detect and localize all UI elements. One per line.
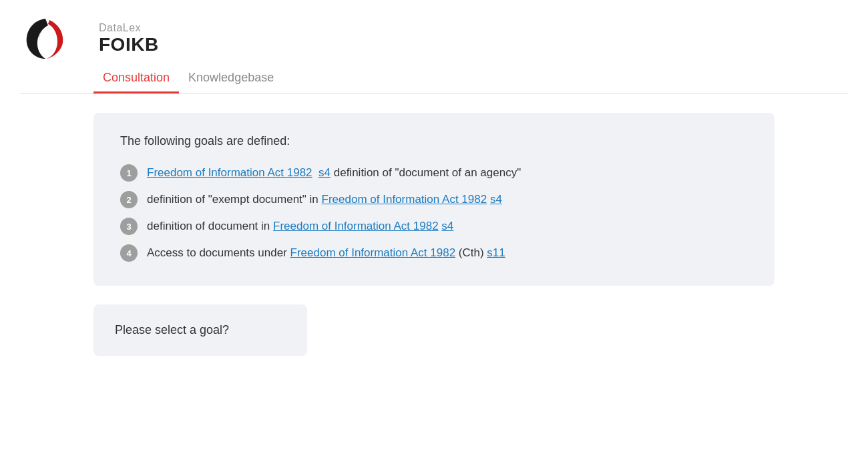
goal-item-4: 4 Access to documents under Freedom of I… bbox=[120, 244, 748, 262]
goal-1-link-act[interactable]: Freedom of Information Act 1982 bbox=[147, 166, 312, 179]
goal-3-link-act[interactable]: Freedom of Information Act 1982 bbox=[273, 220, 439, 232]
goal-text-4: Access to documents under Freedom of Inf… bbox=[147, 244, 505, 262]
goal-2-link-section[interactable]: s4 bbox=[490, 193, 502, 206]
goal-3-link-section[interactable]: s4 bbox=[441, 220, 453, 232]
goal-item-1: 1 Freedom of Information Act 1982 s4 def… bbox=[120, 164, 748, 182]
goal-number-2: 2 bbox=[120, 191, 138, 208]
goals-list: 1 Freedom of Information Act 1982 s4 def… bbox=[120, 164, 748, 262]
main-content: The following goals are defined: 1 Freed… bbox=[0, 94, 868, 375]
goal-item-3: 3 definition of document in Freedom of I… bbox=[120, 218, 748, 235]
nav-knowledgebase[interactable]: Knowledgebase bbox=[179, 65, 283, 93]
goal-4-prefix: Access to documents under bbox=[147, 246, 290, 259]
goal-number-3: 3 bbox=[120, 218, 138, 235]
goal-4-middle: (Cth) bbox=[455, 246, 487, 259]
goal-text-3: definition of document in Freedom of Inf… bbox=[147, 218, 453, 235]
goal-4-link-section[interactable]: s11 bbox=[487, 246, 505, 259]
goals-intro: The following goals are defined: bbox=[120, 134, 748, 148]
goal-1-suffix: definition of "document of an agency" bbox=[331, 166, 521, 179]
goal-4-link-act[interactable]: Freedom of Information Act 1982 bbox=[290, 246, 456, 259]
goal-2-link-act[interactable]: Freedom of Information Act 1982 bbox=[322, 193, 487, 206]
brand-text: DataLex FOIKB bbox=[99, 22, 159, 55]
header: DataLex FOIKB bbox=[0, 0, 868, 65]
goals-box: The following goals are defined: 1 Freed… bbox=[93, 113, 775, 286]
goal-number-4: 4 bbox=[120, 244, 138, 262]
select-goal-text: Please select a goal? bbox=[115, 323, 229, 336]
goal-item-2: 2 definition of "exempt document" in Fre… bbox=[120, 191, 748, 208]
austlii-logo bbox=[20, 12, 73, 65]
nav-consultation[interactable]: Consultation bbox=[93, 65, 179, 93]
main-nav: Consultation Knowledgebase bbox=[0, 65, 868, 94]
goal-1-link-section[interactable]: s4 bbox=[318, 166, 331, 179]
goal-2-prefix: definition of "exempt document" in bbox=[147, 193, 322, 206]
goal-text-2: definition of "exempt document" in Freed… bbox=[147, 191, 502, 208]
select-goal-box: Please select a goal? bbox=[93, 304, 307, 356]
logo-container bbox=[20, 12, 73, 65]
goal-text-1: Freedom of Information Act 1982 s4 defin… bbox=[147, 164, 521, 182]
brand-datalex: DataLex bbox=[99, 22, 159, 34]
goal-number-1: 1 bbox=[120, 164, 138, 182]
goal-3-prefix: definition of document in bbox=[147, 220, 273, 232]
brand-foikb: FOIKB bbox=[99, 34, 159, 55]
